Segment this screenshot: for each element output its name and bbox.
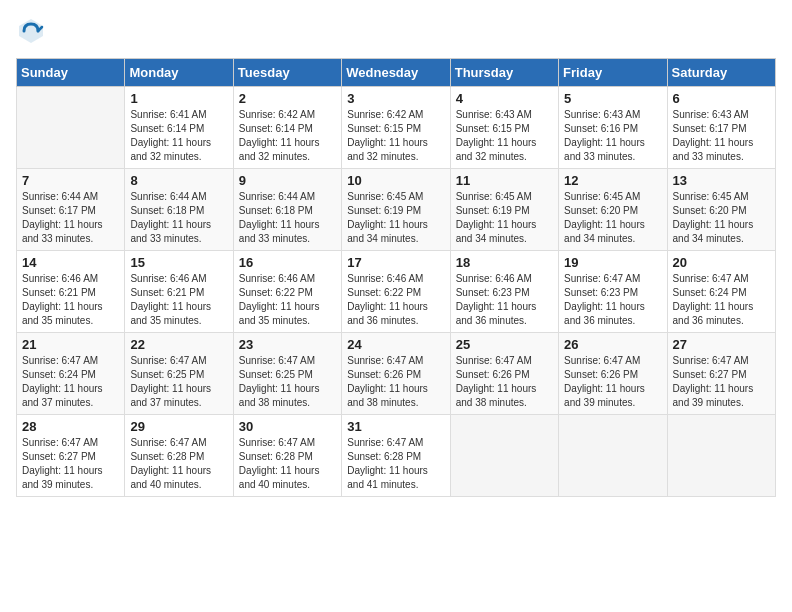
day-info: Sunrise: 6:41 AM Sunset: 6:14 PM Dayligh… xyxy=(130,108,227,164)
day-info: Sunrise: 6:45 AM Sunset: 6:20 PM Dayligh… xyxy=(564,190,661,246)
day-cell: 29Sunrise: 6:47 AM Sunset: 6:28 PM Dayli… xyxy=(125,415,233,497)
header-monday: Monday xyxy=(125,59,233,87)
day-cell: 28Sunrise: 6:47 AM Sunset: 6:27 PM Dayli… xyxy=(17,415,125,497)
day-cell: 3Sunrise: 6:42 AM Sunset: 6:15 PM Daylig… xyxy=(342,87,450,169)
day-cell: 25Sunrise: 6:47 AM Sunset: 6:26 PM Dayli… xyxy=(450,333,558,415)
day-info: Sunrise: 6:42 AM Sunset: 6:15 PM Dayligh… xyxy=(347,108,444,164)
day-number: 29 xyxy=(130,419,227,434)
day-info: Sunrise: 6:47 AM Sunset: 6:25 PM Dayligh… xyxy=(130,354,227,410)
day-number: 14 xyxy=(22,255,119,270)
day-cell: 15Sunrise: 6:46 AM Sunset: 6:21 PM Dayli… xyxy=(125,251,233,333)
day-number: 31 xyxy=(347,419,444,434)
day-number: 28 xyxy=(22,419,119,434)
day-cell: 26Sunrise: 6:47 AM Sunset: 6:26 PM Dayli… xyxy=(559,333,667,415)
day-info: Sunrise: 6:47 AM Sunset: 6:28 PM Dayligh… xyxy=(347,436,444,492)
week-row-2: 14Sunrise: 6:46 AM Sunset: 6:21 PM Dayli… xyxy=(17,251,776,333)
day-number: 30 xyxy=(239,419,336,434)
day-cell: 7Sunrise: 6:44 AM Sunset: 6:17 PM Daylig… xyxy=(17,169,125,251)
day-number: 12 xyxy=(564,173,661,188)
day-info: Sunrise: 6:44 AM Sunset: 6:18 PM Dayligh… xyxy=(239,190,336,246)
day-number: 8 xyxy=(130,173,227,188)
logo-icon xyxy=(16,16,46,46)
day-info: Sunrise: 6:46 AM Sunset: 6:22 PM Dayligh… xyxy=(347,272,444,328)
day-info: Sunrise: 6:46 AM Sunset: 6:22 PM Dayligh… xyxy=(239,272,336,328)
day-info: Sunrise: 6:47 AM Sunset: 6:24 PM Dayligh… xyxy=(22,354,119,410)
day-cell xyxy=(559,415,667,497)
day-number: 23 xyxy=(239,337,336,352)
day-number: 15 xyxy=(130,255,227,270)
day-number: 6 xyxy=(673,91,770,106)
day-cell: 24Sunrise: 6:47 AM Sunset: 6:26 PM Dayli… xyxy=(342,333,450,415)
day-cell: 17Sunrise: 6:46 AM Sunset: 6:22 PM Dayli… xyxy=(342,251,450,333)
header-sunday: Sunday xyxy=(17,59,125,87)
day-cell: 20Sunrise: 6:47 AM Sunset: 6:24 PM Dayli… xyxy=(667,251,775,333)
day-cell xyxy=(450,415,558,497)
day-number: 19 xyxy=(564,255,661,270)
day-number: 4 xyxy=(456,91,553,106)
day-info: Sunrise: 6:43 AM Sunset: 6:15 PM Dayligh… xyxy=(456,108,553,164)
week-row-4: 28Sunrise: 6:47 AM Sunset: 6:27 PM Dayli… xyxy=(17,415,776,497)
header-wednesday: Wednesday xyxy=(342,59,450,87)
day-cell: 12Sunrise: 6:45 AM Sunset: 6:20 PM Dayli… xyxy=(559,169,667,251)
day-cell: 16Sunrise: 6:46 AM Sunset: 6:22 PM Dayli… xyxy=(233,251,341,333)
day-info: Sunrise: 6:43 AM Sunset: 6:16 PM Dayligh… xyxy=(564,108,661,164)
week-row-0: 1Sunrise: 6:41 AM Sunset: 6:14 PM Daylig… xyxy=(17,87,776,169)
day-cell: 22Sunrise: 6:47 AM Sunset: 6:25 PM Dayli… xyxy=(125,333,233,415)
day-number: 1 xyxy=(130,91,227,106)
header-tuesday: Tuesday xyxy=(233,59,341,87)
day-cell: 30Sunrise: 6:47 AM Sunset: 6:28 PM Dayli… xyxy=(233,415,341,497)
day-info: Sunrise: 6:43 AM Sunset: 6:17 PM Dayligh… xyxy=(673,108,770,164)
day-cell: 18Sunrise: 6:46 AM Sunset: 6:23 PM Dayli… xyxy=(450,251,558,333)
day-cell: 19Sunrise: 6:47 AM Sunset: 6:23 PM Dayli… xyxy=(559,251,667,333)
week-row-1: 7Sunrise: 6:44 AM Sunset: 6:17 PM Daylig… xyxy=(17,169,776,251)
day-info: Sunrise: 6:42 AM Sunset: 6:14 PM Dayligh… xyxy=(239,108,336,164)
day-number: 16 xyxy=(239,255,336,270)
header-friday: Friday xyxy=(559,59,667,87)
page-header xyxy=(16,16,776,46)
day-cell: 2Sunrise: 6:42 AM Sunset: 6:14 PM Daylig… xyxy=(233,87,341,169)
day-number: 7 xyxy=(22,173,119,188)
calendar-table: SundayMondayTuesdayWednesdayThursdayFrid… xyxy=(16,58,776,497)
day-cell: 5Sunrise: 6:43 AM Sunset: 6:16 PM Daylig… xyxy=(559,87,667,169)
day-info: Sunrise: 6:47 AM Sunset: 6:26 PM Dayligh… xyxy=(564,354,661,410)
day-info: Sunrise: 6:47 AM Sunset: 6:27 PM Dayligh… xyxy=(22,436,119,492)
day-cell: 31Sunrise: 6:47 AM Sunset: 6:28 PM Dayli… xyxy=(342,415,450,497)
day-cell: 10Sunrise: 6:45 AM Sunset: 6:19 PM Dayli… xyxy=(342,169,450,251)
week-row-3: 21Sunrise: 6:47 AM Sunset: 6:24 PM Dayli… xyxy=(17,333,776,415)
day-info: Sunrise: 6:47 AM Sunset: 6:26 PM Dayligh… xyxy=(347,354,444,410)
day-number: 21 xyxy=(22,337,119,352)
day-info: Sunrise: 6:47 AM Sunset: 6:26 PM Dayligh… xyxy=(456,354,553,410)
day-cell: 13Sunrise: 6:45 AM Sunset: 6:20 PM Dayli… xyxy=(667,169,775,251)
day-cell: 6Sunrise: 6:43 AM Sunset: 6:17 PM Daylig… xyxy=(667,87,775,169)
header-thursday: Thursday xyxy=(450,59,558,87)
day-info: Sunrise: 6:44 AM Sunset: 6:17 PM Dayligh… xyxy=(22,190,119,246)
day-cell xyxy=(17,87,125,169)
day-number: 27 xyxy=(673,337,770,352)
day-number: 2 xyxy=(239,91,336,106)
day-number: 5 xyxy=(564,91,661,106)
day-info: Sunrise: 6:47 AM Sunset: 6:28 PM Dayligh… xyxy=(239,436,336,492)
day-cell: 1Sunrise: 6:41 AM Sunset: 6:14 PM Daylig… xyxy=(125,87,233,169)
day-number: 26 xyxy=(564,337,661,352)
day-cell: 14Sunrise: 6:46 AM Sunset: 6:21 PM Dayli… xyxy=(17,251,125,333)
day-info: Sunrise: 6:47 AM Sunset: 6:25 PM Dayligh… xyxy=(239,354,336,410)
day-info: Sunrise: 6:47 AM Sunset: 6:23 PM Dayligh… xyxy=(564,272,661,328)
day-number: 25 xyxy=(456,337,553,352)
day-number: 17 xyxy=(347,255,444,270)
day-info: Sunrise: 6:47 AM Sunset: 6:28 PM Dayligh… xyxy=(130,436,227,492)
day-info: Sunrise: 6:45 AM Sunset: 6:20 PM Dayligh… xyxy=(673,190,770,246)
day-number: 24 xyxy=(347,337,444,352)
day-info: Sunrise: 6:47 AM Sunset: 6:24 PM Dayligh… xyxy=(673,272,770,328)
day-number: 13 xyxy=(673,173,770,188)
day-number: 11 xyxy=(456,173,553,188)
day-cell: 23Sunrise: 6:47 AM Sunset: 6:25 PM Dayli… xyxy=(233,333,341,415)
day-cell xyxy=(667,415,775,497)
header-saturday: Saturday xyxy=(667,59,775,87)
day-cell: 21Sunrise: 6:47 AM Sunset: 6:24 PM Dayli… xyxy=(17,333,125,415)
day-cell: 8Sunrise: 6:44 AM Sunset: 6:18 PM Daylig… xyxy=(125,169,233,251)
day-number: 18 xyxy=(456,255,553,270)
day-cell: 4Sunrise: 6:43 AM Sunset: 6:15 PM Daylig… xyxy=(450,87,558,169)
logo xyxy=(16,16,50,46)
header-row: SundayMondayTuesdayWednesdayThursdayFrid… xyxy=(17,59,776,87)
day-info: Sunrise: 6:44 AM Sunset: 6:18 PM Dayligh… xyxy=(130,190,227,246)
